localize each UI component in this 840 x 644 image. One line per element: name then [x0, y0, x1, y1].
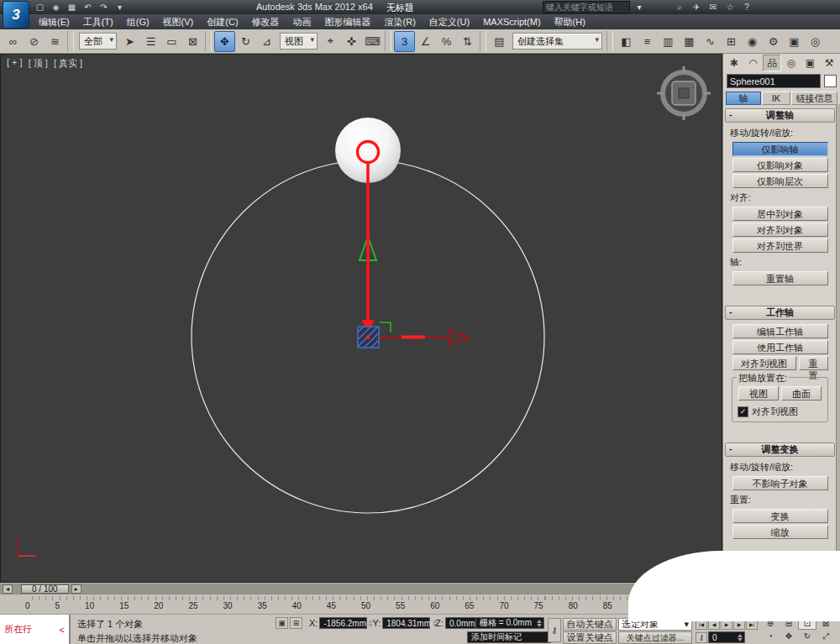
current-frame-field[interactable]: 0 [708, 631, 745, 643]
reset-scale-button[interactable]: 缩放 [732, 525, 828, 539]
selection-region-icon[interactable]: ▭ [161, 31, 182, 52]
object-name-field[interactable]: Sphere001 [727, 74, 821, 88]
set-keys-button[interactable]: ⚷ [548, 618, 561, 642]
unlink-selection-icon[interactable]: ⊘ [24, 31, 45, 52]
time-slider-handle[interactable]: 0 / 100 [21, 584, 69, 594]
rollout-adjust-transform-header[interactable]: - 调整变换 [725, 442, 835, 457]
infocenter-search-input[interactable] [543, 1, 630, 13]
menu-rendering[interactable]: 渲染(R) [378, 15, 423, 29]
window-crossing-icon[interactable]: ⊠ [182, 31, 203, 52]
utilities-tab-icon[interactable]: ⚒ [820, 55, 838, 71]
viewport-top[interactable]: [ + ] [ 顶 ] [ 真实 ] [0, 54, 722, 583]
edit-working-pivot-button[interactable]: 编辑工作轴 [732, 324, 828, 338]
rendered-frame-icon[interactable]: ▣ [784, 31, 805, 52]
tab-link-info[interactable]: 链接信息 [791, 92, 837, 105]
redo-icon[interactable]: ↷ [97, 1, 110, 13]
rollout-adjust-pivot-header[interactable]: - 调整轴 [725, 108, 835, 123]
set-key-button[interactable]: 设置关键点 [563, 631, 617, 644]
align-to-object-button[interactable]: 对齐到对象 [732, 223, 828, 237]
motion-tab-icon[interactable]: ◎ [782, 55, 801, 71]
menu-create[interactable]: 创建(C) [200, 15, 244, 29]
next-frame-arrow[interactable]: ► [71, 584, 81, 594]
named-selection-dropdown[interactable]: 创建选择集 [512, 33, 602, 50]
new-scene-icon[interactable]: ▢ [34, 1, 46, 13]
modify-tab-icon[interactable]: ◠ [744, 55, 763, 71]
material-editor-icon[interactable]: ◉ [742, 31, 763, 52]
snaps-toggle-icon[interactable]: 3 [394, 31, 415, 52]
previous-frame-arrow[interactable]: ◄ [3, 584, 13, 594]
menu-group[interactable]: 组(G) [120, 15, 156, 29]
menu-modifiers[interactable]: 修改器 [245, 15, 286, 29]
viewport-shading-menu[interactable]: [ 真实 ] [54, 57, 82, 70]
communication-center-icon[interactable]: ✉ [707, 3, 719, 13]
pan-icon[interactable]: ✥ [780, 630, 798, 642]
place-on-surface-button[interactable]: 曲面 [781, 386, 822, 401]
maxscript-mini-listener[interactable]: 所在行 < [0, 615, 71, 644]
search-icon[interactable]: ⌕ [674, 3, 685, 13]
reset-button[interactable]: 重置 [799, 356, 828, 370]
center-to-object-button[interactable]: 居中到对象 [732, 207, 828, 221]
select-object-icon[interactable]: ➤ [119, 31, 140, 52]
render-production-icon[interactable]: ◎ [805, 31, 826, 52]
align-to-view-button[interactable]: 对齐到视图 [732, 356, 796, 370]
exchange-apps-icon[interactable]: ✈ [690, 3, 702, 13]
app-logo-button[interactable]: 3 [3, 1, 29, 29]
curve-editor-icon[interactable]: ∿ [700, 31, 721, 52]
menu-edit[interactable]: 编辑(E) [32, 15, 76, 29]
workspace-dropdown-icon[interactable]: ▾ [113, 1, 126, 13]
menu-animation[interactable]: 动画 [286, 15, 318, 29]
percent-snap-icon[interactable]: % [436, 31, 457, 52]
open-file-icon[interactable]: ◈ [50, 1, 62, 13]
x-coordinate-field[interactable]: -1856.2mm [319, 617, 367, 629]
schematic-view-icon[interactable]: ⊞ [721, 31, 742, 52]
select-and-link-icon[interactable]: ∞ [3, 31, 24, 52]
reference-coordinate-dropdown[interactable]: 视图 [280, 33, 318, 50]
select-and-manipulate-icon[interactable]: ✜ [341, 31, 362, 52]
hierarchy-tab-icon[interactable]: 品 [763, 55, 781, 71]
help-icon[interactable]: ? [741, 3, 753, 13]
dont-affect-children-button[interactable]: 不影响子对象 [732, 476, 828, 490]
place-in-view-button[interactable]: 视图 [738, 386, 779, 401]
edit-named-selections-icon[interactable]: ▤ [489, 31, 510, 52]
listener-expand-arrow[interactable]: < [60, 625, 65, 635]
search-dropdown-icon[interactable]: ▾ [633, 3, 645, 12]
select-and-move-icon[interactable]: ✥ [214, 31, 235, 52]
mirror-icon[interactable]: ◧ [616, 31, 637, 52]
select-and-scale-icon[interactable]: ⊿ [256, 31, 277, 52]
selection-filter-dropdown[interactable]: 全部 [79, 33, 117, 50]
auto-key-button[interactable]: 自动关键点 [563, 618, 617, 631]
reset-pivot-button[interactable]: 重置轴 [732, 271, 828, 285]
tab-pivot[interactable]: 轴 [726, 92, 761, 105]
align-to-world-button[interactable]: 对齐到世界 [732, 238, 828, 253]
menu-maxscript[interactable]: MAXScript(M) [476, 16, 547, 28]
align-icon[interactable]: ≡ [637, 31, 658, 52]
track-bar[interactable]: 0510152025303540455055606570758085909510… [0, 594, 722, 614]
affect-pivot-only-button[interactable]: 仅影响轴 [732, 142, 828, 156]
undo-icon[interactable]: ↶ [81, 1, 94, 13]
spinner-snap-icon[interactable]: ⇅ [457, 31, 478, 52]
spinner[interactable] [738, 634, 743, 641]
create-tab-icon[interactable]: ✱ [725, 55, 743, 71]
tab-ik[interactable]: IK [762, 92, 790, 105]
rollout-working-pivot-header[interactable]: - 工作轴 [725, 306, 835, 320]
object-color-swatch[interactable] [824, 75, 837, 87]
menu-tools[interactable]: 工具(T) [76, 15, 120, 29]
orbit-icon[interactable]: ↻ [798, 630, 816, 642]
menu-customize[interactable]: 自定义(U) [423, 15, 476, 29]
select-and-rotate-icon[interactable]: ↻ [235, 31, 256, 52]
viewport-pov-menu[interactable]: [ 顶 ] [29, 57, 48, 70]
ribbon-icon[interactable]: ▦ [679, 31, 700, 52]
selection-lock-toggle[interactable]: ▣ [276, 617, 288, 629]
key-filters-button[interactable]: 关键点过滤器... [618, 631, 692, 644]
affect-object-only-button[interactable]: 仅影响对象 [732, 158, 828, 172]
render-setup-icon[interactable]: ⚙ [763, 31, 784, 52]
layer-manager-icon[interactable]: ▥ [658, 31, 679, 52]
keyboard-override-icon[interactable]: ⌨ [362, 31, 383, 52]
time-tag-field[interactable]: 添加时间标记 [467, 631, 551, 643]
display-tab-icon[interactable]: ▣ [801, 55, 820, 71]
key-mode-toggle-icon[interactable]: ⚷ [696, 632, 707, 643]
maximize-viewport-icon[interactable]: ⤢ [816, 630, 835, 642]
bind-to-space-warp-icon[interactable]: ≋ [45, 31, 66, 52]
select-by-name-icon[interactable]: ☰ [140, 31, 161, 52]
menu-views[interactable]: 视图(V) [156, 15, 201, 29]
